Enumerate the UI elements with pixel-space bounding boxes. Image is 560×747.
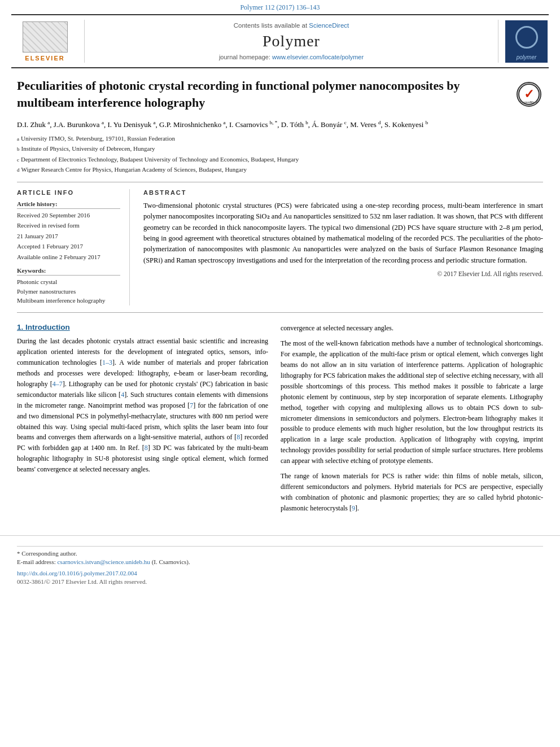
body-left-col: 1. Introduction During the last decades … bbox=[17, 323, 268, 514]
authors-word: authors bbox=[204, 433, 224, 441]
affil-d: d Wigner Research Centre for Physics, Hu… bbox=[17, 165, 543, 175]
affil-c-text: Department of Electronics Technology, Bu… bbox=[21, 155, 299, 165]
accepted-date: Accepted 1 February 2017 bbox=[17, 242, 120, 251]
svg-point-3 bbox=[31, 30, 42, 38]
corresponding-label: * Corresponding author. bbox=[17, 550, 543, 557]
info-abstract-row: ARTICLE INFO Article history: Received 2… bbox=[17, 189, 543, 305]
polymer-logo-box bbox=[505, 20, 548, 63]
sciencedirect-line: Contents lists available at ScienceDirec… bbox=[234, 22, 349, 29]
keywords-section: Keywords: Photonic crystal Polymer nanos… bbox=[17, 267, 120, 305]
journal-header: ELSEVIER Contents lists available at Sci… bbox=[11, 14, 549, 68]
received-revised-date: 21 January 2017 bbox=[17, 231, 120, 241]
affil-a: a University ITMO, St. Petersburg, 19710… bbox=[17, 134, 543, 144]
keyword-2: Polymer nanostructures bbox=[17, 287, 120, 296]
ref-4-7[interactable]: 4–7 bbox=[53, 380, 63, 388]
affil-d-text: Wigner Research Centre for Physics, Hung… bbox=[21, 165, 247, 175]
journal-citation-text: Polymer 112 (2017) 136–143 bbox=[240, 3, 320, 11]
svg-rect-6 bbox=[55, 34, 58, 41]
copyright-line: © 2017 Elsevier Ltd. All rights reserved… bbox=[143, 270, 543, 277]
svg-text:CrossMark: CrossMark bbox=[520, 101, 538, 104]
ref-8b[interactable]: 8 bbox=[145, 444, 148, 452]
elsevier-logo-image bbox=[23, 21, 68, 53]
page-container: Polymer 112 (2017) 136–143 bbox=[0, 0, 560, 591]
svg-rect-1 bbox=[42, 24, 45, 44]
received-revised-label: Received in revised form bbox=[17, 221, 120, 230]
affil-b-text: Institute of Physics, University of Debr… bbox=[21, 144, 155, 154]
svg-point-2 bbox=[36, 23, 51, 34]
available-online: Available online 2 February 2017 bbox=[17, 252, 120, 262]
svg-point-5 bbox=[54, 29, 59, 34]
journal-name: Polymer bbox=[262, 32, 320, 50]
email-suffix: (I. Csarnovics). bbox=[152, 558, 190, 565]
body-right-col: convergence at selected necessary angles… bbox=[281, 323, 543, 514]
doi-url[interactable]: http://dx.doi.org/10.1016/j.polymer.2017… bbox=[17, 570, 137, 576]
ref-4[interactable]: 4 bbox=[121, 391, 124, 399]
keyword-3: Multibeam interference holography bbox=[17, 296, 120, 305]
svg-rect-7 bbox=[54, 41, 55, 45]
section-divider-2 bbox=[17, 312, 543, 313]
received-date: Received 20 September 2016 bbox=[17, 211, 120, 220]
email-label: E-mail address: bbox=[17, 558, 57, 565]
abstract-col: ABSTRACT Two-dimensional photonic crysta… bbox=[143, 189, 543, 305]
svg-point-4 bbox=[45, 30, 56, 38]
homepage-line: journal homepage: www.elsevier.com/locat… bbox=[219, 54, 364, 60]
homepage-label: journal homepage: bbox=[219, 54, 272, 60]
journal-citation-bar: Polymer 112 (2017) 136–143 bbox=[0, 0, 560, 14]
svg-rect-8 bbox=[56, 41, 58, 45]
keyword-1: Photonic crystal bbox=[17, 277, 120, 287]
article-info-col: ARTICLE INFO Article history: Received 2… bbox=[17, 189, 130, 305]
svg-rect-0 bbox=[25, 21, 65, 53]
article-title-text: Peculiarities of photonic crystal record… bbox=[17, 78, 460, 110]
affil-b: b Institute of Physics, University of De… bbox=[17, 144, 543, 154]
article-history-title: Article history: bbox=[17, 200, 120, 209]
elsevier-logo: ELSEVIER bbox=[23, 21, 68, 62]
sciencedirect-prefix: Contents lists available at bbox=[234, 22, 309, 29]
article-title-section: Peculiarities of photonic crystal record… bbox=[17, 77, 543, 111]
ref-1-3[interactable]: 1–3 bbox=[102, 359, 112, 366]
abstract-header: ABSTRACT bbox=[143, 189, 543, 196]
issn-line: 0032-3861/© 2017 Elsevier Ltd. All right… bbox=[17, 578, 543, 585]
svg-text:✓: ✓ bbox=[524, 87, 534, 101]
crossmark-circle: ✓ CrossMark bbox=[517, 82, 541, 107]
homepage-url[interactable]: www.elsevier.com/locate/polymer bbox=[272, 54, 364, 60]
section-divider-1 bbox=[17, 182, 543, 182]
affil-c: c Department of Electronics Technology, … bbox=[17, 155, 543, 165]
sciencedirect-link[interactable]: ScienceDirect bbox=[309, 22, 349, 29]
email-address[interactable]: csarnovics.istvan@science.unideb.hu bbox=[57, 558, 150, 565]
main-content: Peculiarities of photonic crystal record… bbox=[0, 68, 560, 525]
authors-line: D.I. Zhuk a, J.A. Burunkova a, I. Yu Den… bbox=[17, 119, 543, 131]
journal-header-center: Contents lists available at ScienceDirec… bbox=[85, 20, 498, 63]
elsevier-wordmark: ELSEVIER bbox=[25, 55, 64, 62]
ref-8a[interactable]: 8 bbox=[237, 433, 240, 441]
article-info-header: ARTICLE INFO bbox=[17, 189, 120, 196]
polymer-logo-section bbox=[498, 20, 549, 63]
affiliations: a University ITMO, St. Petersburg, 19710… bbox=[17, 134, 543, 175]
abstract-text: Two-dimensional photonic crystal structu… bbox=[143, 200, 543, 266]
affil-a-text: University ITMO, St. Petersburg, 197101,… bbox=[21, 134, 175, 144]
keywords-label: Keywords: bbox=[17, 267, 120, 276]
intro-left-text: During the last decades photonic crystal… bbox=[17, 336, 268, 475]
email-line: E-mail address: csarnovics.istvan@scienc… bbox=[17, 558, 543, 565]
page-footer: * Corresponding author. E-mail address: … bbox=[0, 535, 560, 591]
elsevier-logo-section: ELSEVIER bbox=[11, 20, 85, 63]
ref-7[interactable]: 7 bbox=[190, 401, 193, 409]
intro-heading: 1. Introduction bbox=[17, 323, 268, 331]
polymer-logo-circle bbox=[515, 26, 538, 49]
crossmark-badge: ✓ CrossMark bbox=[515, 80, 543, 108]
intro-right-text: convergence at selected necessary angles… bbox=[281, 323, 543, 514]
corresponding-section: * Corresponding author. E-mail address: … bbox=[17, 546, 543, 565]
ref-9[interactable]: 9 bbox=[352, 504, 355, 512]
body-two-col: 1. Introduction During the last decades … bbox=[17, 323, 543, 514]
doi-line[interactable]: http://dx.doi.org/10.1016/j.polymer.2017… bbox=[17, 570, 543, 576]
